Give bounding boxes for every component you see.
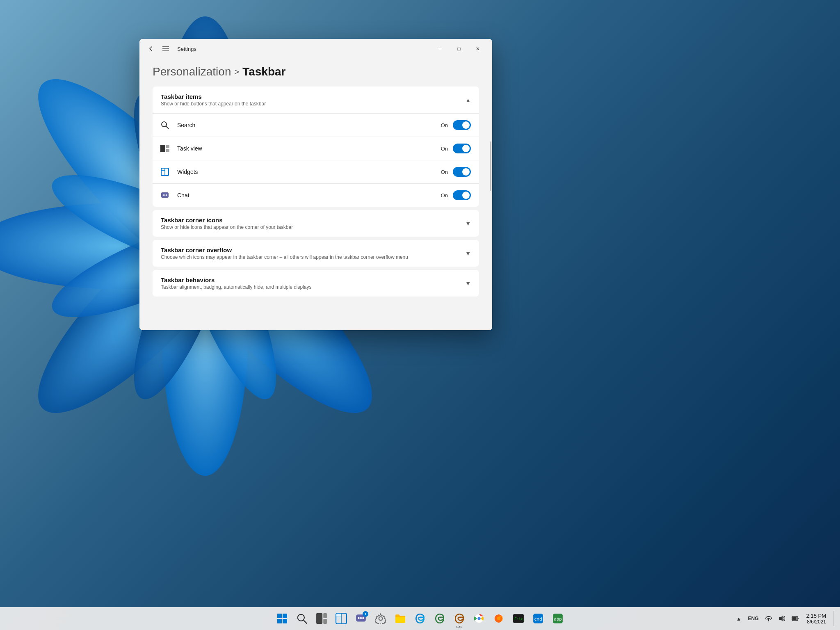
svg-rect-41 [323,613,327,618]
taskview-label: Task view [177,145,441,152]
taskbar-corner-overflow-subtitle: Choose which icons may appear in the tas… [161,254,465,260]
language-button[interactable]: ENG [746,614,761,623]
search-taskbar-button[interactable] [293,609,311,628]
network-button[interactable] [763,614,774,623]
explorer-taskbar-button[interactable] [391,609,409,628]
taskbar-behaviors-section: Taskbar behaviors Taskbar alignment, bad… [153,270,479,297]
taskbar-corner-overflow-title: Taskbar corner overflow [161,247,465,253]
taskview-setting-icon [159,143,171,154]
taskbar-behaviors-title: Taskbar behaviors [161,276,465,283]
settings-window: Settings – □ ✕ Personalization > Taskbar… [139,39,492,330]
battery-button[interactable] [789,614,801,623]
taskbar-corner-icons-header-text: Taskbar corner icons Show or hide icons … [161,217,465,230]
svg-rect-37 [283,619,287,623]
chevron-up-icon: ▲ [736,616,742,622]
search-status: On [441,122,448,128]
minimize-button[interactable]: – [431,42,450,55]
svg-point-50 [362,617,364,619]
title-bar-left: Settings [144,42,196,55]
chat-toggle[interactable] [453,190,471,200]
battery-icon [792,616,799,621]
widgets-setting-row: Widgets On [153,160,479,183]
svg-line-39 [304,620,307,623]
taskview-toggle[interactable] [453,144,471,153]
taskbar-items-header-text: Taskbar items Show or hide buttons that … [161,93,465,107]
chrome-taskbar-button[interactable] [470,609,488,628]
edge-dev-taskbar-button[interactable] [431,609,449,628]
taskbar-items-header[interactable]: Taskbar items Show or hide buttons that … [153,87,479,113]
svg-rect-26 [166,149,169,152]
clock[interactable]: 2:15 PM 8/6/2021 [803,611,829,626]
svg-rect-40 [316,613,322,624]
svg-rect-34 [277,614,282,618]
firefox-taskbar-button[interactable] [490,609,508,628]
svg-rect-65 [798,618,799,619]
svg-point-48 [358,617,359,619]
search-setting-icon [159,119,171,131]
taskbar-behaviors-header[interactable]: Taskbar behaviors Taskbar alignment, bad… [153,270,479,297]
svg-text:cmd: cmd [534,616,542,622]
edge-canary-taskbar-button[interactable]: CAN [450,609,468,628]
chat-setting-row: Chat On [153,183,479,207]
widgets-status: On [441,169,448,175]
settings-taskbar-button[interactable] [372,609,390,628]
show-desktop-icon [832,611,835,626]
svg-rect-25 [166,145,169,148]
taskbar-corner-overflow-header-text: Taskbar corner overflow Choose which ico… [161,247,465,260]
taskbar-items-title: Taskbar items [161,93,465,100]
svg-rect-35 [283,614,287,618]
widgets-label: Widgets [177,169,441,175]
breadcrumb-parent[interactable]: Personalization [153,65,231,78]
svg-rect-42 [323,619,327,624]
network-icon [765,615,772,622]
taskbar-corner-overflow-header[interactable]: Taskbar corner overflow Choose which ico… [153,240,479,267]
taskbar-corner-overflow-section: Taskbar corner overflow Choose which ico… [153,240,479,267]
taskbar-corner-icons-title: Taskbar corner icons [161,217,465,224]
window-controls: – □ ✕ [431,42,487,55]
edge-canary-label: CAN [456,625,462,628]
show-desktop-button[interactable] [831,609,837,628]
generic-app2-taskbar-button[interactable]: app [549,609,567,628]
svg-marker-62 [779,616,783,621]
generic-app1-taskbar-button[interactable]: cmd [529,609,547,628]
taskbar-corner-icons-chevron: ▼ [465,220,471,227]
volume-icon [778,615,785,622]
breadcrumb-current: Taskbar [242,65,285,78]
svg-rect-36 [277,619,282,623]
clock-date: 8/6/2021 [807,619,826,625]
taskview-taskbar-button[interactable] [313,609,331,628]
close-button[interactable]: ✕ [468,42,487,55]
breadcrumb-separator: > [234,67,239,77]
svg-point-33 [166,194,167,196]
volume-button[interactable] [776,614,788,623]
widgets-setting-icon [159,166,171,178]
taskbar-items-chevron: ▲ [465,97,471,103]
search-toggle[interactable] [453,120,471,130]
hamburger-button[interactable] [159,42,172,55]
chat-taskbar-button[interactable]: 1 [352,609,370,628]
svg-text:app: app [554,616,562,622]
svg-point-31 [163,194,164,196]
start-button[interactable] [273,609,291,628]
taskbar-corner-overflow-chevron: ▼ [465,250,471,257]
widgets-taskbar-button[interactable] [332,609,350,628]
svg-rect-24 [160,145,165,152]
taskbar: 1 [0,607,840,630]
content-area: Taskbar items Show or hide buttons that … [139,87,492,330]
svg-rect-64 [792,617,797,620]
chat-setting-icon [159,189,171,201]
back-button[interactable] [144,42,158,55]
show-hidden-icons-button[interactable]: ▲ [734,614,744,623]
chat-status: On [441,192,448,199]
taskview-setting-row: Task view On [153,137,479,160]
taskbar-corner-icons-section: Taskbar corner icons Show or hide icons … [153,210,479,237]
edge-taskbar-button[interactable] [411,609,429,628]
terminal-taskbar-button[interactable]: C:\>_ [509,609,527,628]
scrollbar[interactable] [490,142,491,191]
taskview-status: On [441,146,448,152]
maximize-button[interactable]: □ [450,42,468,55]
taskbar-corner-icons-header[interactable]: Taskbar corner icons Show or hide icons … [153,210,479,237]
taskbar-behaviors-subtitle: Taskbar alignment, badging, automaticall… [161,284,465,290]
widgets-toggle[interactable] [453,167,471,177]
breadcrumb: Personalization > Taskbar [153,65,479,78]
